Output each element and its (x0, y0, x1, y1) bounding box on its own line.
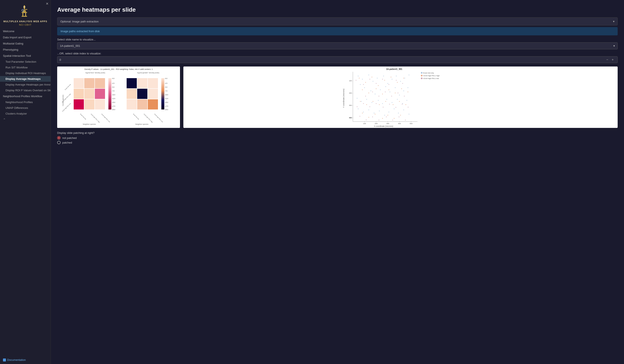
dot (389, 104, 390, 104)
svg-rect-1 (23, 7, 26, 7)
page-title: Average heatmaps per slide (57, 6, 618, 13)
radio-not-patched[interactable]: not patched (57, 136, 618, 140)
sidebar-header: ✕ MULTIPLEX ANALYSIS WEB APPS NCI CBIIT (0, 0, 51, 28)
dot (376, 83, 377, 84)
cb-right-t1: -2.5 (165, 83, 167, 84)
dot (375, 94, 376, 94)
nav-collapse-btn[interactable]: ⌃ (0, 116, 51, 123)
dot (398, 93, 398, 93)
radio-patched[interactable]: patched (57, 141, 618, 144)
dot (364, 87, 365, 88)
dot (383, 76, 384, 77)
nav-umap-differences[interactable]: UMAP Differences (0, 105, 51, 111)
dot (370, 90, 371, 91)
radio-circle-patched (57, 141, 61, 144)
nav-run-sit[interactable]: Run SIT Workflow (0, 65, 51, 70)
subtitle-left: log10("less" density pvals) (85, 72, 105, 74)
dot (402, 83, 403, 84)
nav-multiaxial-gating[interactable]: Multiaxial Gating (0, 40, 51, 47)
app-subtitle: NCI CBIIT (19, 24, 31, 26)
dot (360, 84, 361, 85)
dot (374, 113, 375, 113)
chevron-down-icon (613, 20, 615, 23)
nav-display-individual-roi[interactable]: Display Individual ROI Heatmaps (0, 70, 51, 76)
documentation-link[interactable]: Documentation (3, 358, 48, 362)
dot (391, 77, 391, 78)
select-chevron-icon: ▾ (613, 44, 615, 48)
scatter-svg: 1A-patient1_001 Ecad mid only CD16 high … (183, 67, 618, 128)
nav-neighborhood-profiles[interactable]: Neighborhood Profiles (0, 99, 51, 105)
dot (372, 91, 373, 92)
dot (386, 116, 387, 117)
dot (397, 82, 398, 83)
cb-left-max: -0.0 (112, 78, 114, 79)
cell-l-0-2 (95, 78, 105, 88)
nav-welcome[interactable]: Welcome (0, 28, 51, 34)
dot (378, 85, 379, 86)
nav-clusters-analyzer[interactable]: Clusters Analyzer (0, 111, 51, 116)
dot (402, 104, 403, 104)
dot (408, 107, 409, 107)
index-select-label: ...OR, select slide index to visualize: (57, 52, 618, 55)
dot (363, 103, 364, 104)
dot (366, 104, 367, 105)
dot (363, 84, 364, 85)
dot (368, 93, 369, 93)
cb-right-t7: -17.5 (165, 105, 168, 107)
index-input[interactable] (59, 58, 72, 61)
dot (382, 94, 383, 94)
slide-select-label: Select slide name to visualize... (57, 38, 618, 41)
dot (385, 86, 386, 87)
dot (409, 114, 410, 115)
nav-tool-parameter[interactable]: Tool Parameter Selection (0, 59, 51, 65)
nav-display-roi-pvalues[interactable]: Display ROI P Values Overlaid on Slides (0, 87, 51, 93)
subtitle-right: log10("greater" density pvals) (137, 72, 159, 74)
dot (380, 89, 381, 90)
radio-label-patched: patched (62, 141, 72, 144)
dot (357, 98, 358, 99)
close-button[interactable]: ✕ (46, 2, 49, 6)
dot (368, 117, 369, 118)
dot (390, 91, 390, 92)
decrement-button[interactable]: − (604, 57, 610, 62)
cell-r-2-0 (127, 99, 137, 109)
cb-left-t6: -15.0 (112, 102, 115, 103)
cell-r-1-2 (148, 89, 158, 99)
chart-title: Density P values - 1A-patient1_001 - ROI… (84, 68, 153, 70)
dot (362, 89, 363, 90)
cell-r-1-0 (127, 89, 137, 99)
slide-name-dropdown[interactable]: 1A-patient1_001 (60, 44, 613, 48)
legend-dot-1 (421, 72, 423, 74)
cb-right-t4: -10.0 (165, 94, 168, 96)
heatmap-svg: Density P values - 1A-patient1_001 - ROI… (57, 67, 180, 128)
legend-dot-2 (421, 75, 423, 77)
cb-right-t3: -7.5 (165, 90, 167, 92)
dot (358, 108, 359, 109)
legend-dot-3 (421, 78, 423, 79)
nav-display-average-annota[interactable]: Display Average Heatmaps per Annota... (0, 82, 51, 87)
dot (387, 99, 387, 100)
dot (379, 96, 379, 97)
cell-l-0-1 (84, 78, 94, 88)
nav-phenotyping[interactable]: Phenotyping (0, 47, 51, 53)
x-tick-100: 100 (363, 123, 366, 125)
svg-rect-4 (22, 12, 27, 13)
collapsible-header[interactable]: Optional: Image path extraction (57, 17, 618, 26)
nav-data-import[interactable]: Data Import and Export (0, 34, 51, 40)
nav-neighborhood-workflow: Neighborhood Profiles Workflow (0, 93, 51, 99)
cell-l-2-2 (95, 99, 105, 109)
info-bar: Image paths extracted from disk (57, 27, 618, 35)
increment-button[interactable]: + (610, 57, 615, 62)
dot (362, 113, 363, 113)
cb-left-t1: -2.5 (112, 83, 114, 84)
app-title: MULTIPLEX ANALYSIS WEB APPS (3, 20, 47, 23)
doc-link-label: Documentation (7, 358, 26, 362)
dot (395, 93, 396, 93)
dot (401, 88, 402, 89)
cell-r-2-2 (148, 99, 158, 109)
slide-name-select[interactable]: 1A-patient1_001 ▾ (57, 42, 618, 49)
dot (375, 114, 376, 115)
x-tick-400: 400 (398, 123, 401, 125)
radio-label-not-patched: not patched (62, 136, 77, 140)
nav-display-average-heatmaps[interactable]: Display Average Heatmaps (0, 76, 51, 82)
